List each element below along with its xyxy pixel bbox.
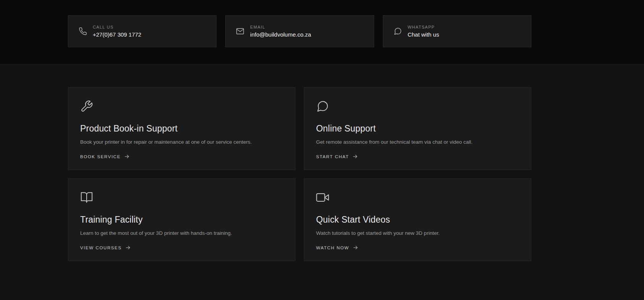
support-card-online-support: Online Support Get remote assistance fro… [304, 87, 531, 170]
contact-value: Chat with us [408, 31, 439, 38]
link-label: START CHAT [316, 154, 349, 159]
contact-text: EMAIL info@buildvolume.co.za [250, 25, 311, 38]
arrow-right-icon [125, 245, 131, 250]
arrow-right-icon [352, 154, 358, 159]
arrow-right-icon [124, 154, 130, 159]
card-title: Product Book-in Support [80, 124, 283, 134]
arrow-right-icon [353, 245, 358, 250]
contact-text: WHATSAPP Chat with us [408, 25, 439, 38]
open-book-icon [80, 191, 94, 205]
chat-bubble-icon [316, 100, 330, 114]
link-label: WATCH NOW [316, 245, 349, 250]
contact-label: WHATSAPP [408, 25, 439, 29]
support-card-training: Training Facility Learn to get the most … [68, 178, 295, 261]
whatsapp-icon [393, 27, 402, 36]
support-cards-grid: Product Book-in Support Book your printe… [68, 87, 531, 261]
start-chat-link[interactable]: START CHAT [316, 154, 358, 159]
card-title: Quick Start Videos [316, 215, 519, 225]
phone-icon [78, 27, 87, 36]
card-description: Learn to get the most out of your 3D pri… [80, 230, 283, 236]
support-card-book-in: Product Book-in Support Book your printe… [68, 87, 295, 170]
contact-bar: CALL US +27(0)67 309 1772 EMAIL info@bui… [68, 15, 531, 47]
card-description: Book your printer in for repair or maint… [80, 139, 283, 145]
support-page: CALL US +27(0)67 309 1772 EMAIL info@bui… [0, 0, 644, 261]
contact-label: CALL US [93, 25, 141, 29]
link-label: BOOK SERVICE [80, 154, 121, 159]
support-card-videos: Quick Start Videos Watch tutorials to ge… [304, 178, 531, 261]
support-cards-section: Product Book-in Support Book your printe… [0, 64, 644, 261]
contact-bar-section: CALL US +27(0)67 309 1772 EMAIL info@bui… [0, 0, 644, 64]
link-label: VIEW COURSES [80, 245, 122, 250]
contact-card-call[interactable]: CALL US +27(0)67 309 1772 [68, 15, 216, 47]
email-icon [236, 27, 245, 36]
contact-card-whatsapp[interactable]: WHATSAPP Chat with us [383, 15, 531, 47]
wrench-icon [80, 100, 94, 114]
contact-value: +27(0)67 309 1772 [93, 31, 141, 38]
video-camera-icon [316, 191, 330, 205]
card-title: Online Support [316, 124, 519, 134]
view-courses-link[interactable]: VIEW COURSES [80, 245, 131, 250]
contact-text: CALL US +27(0)67 309 1772 [93, 25, 141, 38]
watch-now-link[interactable]: WATCH NOW [316, 245, 358, 250]
contact-value: info@buildvolume.co.za [250, 31, 311, 38]
book-service-link[interactable]: BOOK SERVICE [80, 154, 130, 159]
card-description: Watch tutorials to get started with your… [316, 230, 519, 236]
card-title: Training Facility [80, 215, 283, 225]
contact-label: EMAIL [250, 25, 311, 29]
card-description: Get remote assistance from our technical… [316, 139, 519, 145]
contact-card-email[interactable]: EMAIL info@buildvolume.co.za [225, 15, 374, 47]
